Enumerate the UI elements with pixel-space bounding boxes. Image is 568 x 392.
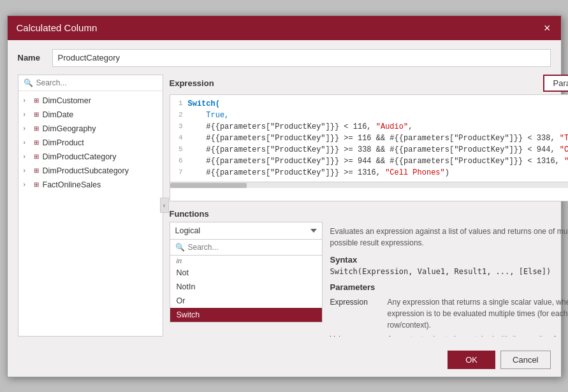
search-icon: 🔍 (24, 78, 33, 87)
chevron-right-icon: › (24, 167, 31, 174)
name-row: Name (18, 49, 551, 67)
list-item[interactable]: › ⊞ DimDate (18, 108, 163, 122)
scrollbar-thumb (170, 183, 247, 188)
func-syntax-code: Switch(Expression, Value1, Result1, ...,… (330, 266, 569, 277)
func-list: in Not NotIn Or Switch (170, 256, 323, 323)
list-item[interactable]: NotIn (170, 280, 322, 294)
table-icon: ⊞ (34, 111, 39, 118)
list-item: in (170, 256, 322, 266)
horizontal-scrollbar[interactable] (170, 182, 569, 188)
field-name: DimGeography (43, 124, 96, 133)
table-icon: ⊞ (34, 167, 39, 174)
functions-label: Functions (170, 209, 209, 219)
field-name: DimProductSubcategory (43, 166, 129, 175)
functions-left: Logical Math Text Date Filter Aggregate … (170, 222, 323, 337)
table-icon: ⊞ (34, 181, 39, 188)
table-icon: ⊞ (34, 139, 39, 146)
list-item[interactable]: › ⊞ DimProductCategory (18, 150, 163, 164)
expression-label: Expression (170, 78, 214, 88)
fields-search-input[interactable] (36, 78, 157, 87)
chevron-right-icon: › (24, 139, 31, 146)
list-item[interactable]: Not (170, 266, 322, 280)
expression-header: Expression Parameters (170, 75, 569, 92)
param-name: Value (330, 333, 381, 337)
func-description: Evaluates an expression against a list o… (323, 222, 569, 337)
func-syntax-label: Syntax (330, 254, 569, 266)
category-dropdown[interactable]: Logical Math Text Date Filter Aggregate (170, 222, 323, 240)
ok-button[interactable]: OK (448, 351, 495, 369)
field-name: DimDate (43, 110, 74, 119)
field-name: DimCustomer (43, 96, 91, 105)
functions-header: Functions ∨ (170, 207, 569, 222)
code-line-5: 5 #{{parameters["ProductKey"]}} >= 338 &… (170, 145, 569, 156)
dialog-titlebar: Calculated Column × (8, 16, 561, 40)
field-name: FactOnlineSales (43, 180, 101, 189)
list-item[interactable]: › ⊞ DimProduct (18, 136, 163, 150)
list-item[interactable]: › ⊞ DimCustomer (18, 94, 163, 108)
code-line-1: 1 Switch( (170, 99, 569, 110)
field-name: DimProductCategory (43, 152, 117, 161)
code-line-3: 3 #{{parameters["ProductKey"]}} < 116, "… (170, 122, 569, 133)
list-item-switch[interactable]: Switch (170, 308, 322, 322)
func-search-input[interactable] (188, 243, 317, 252)
name-input[interactable] (52, 49, 551, 67)
fields-list: › ⊞ DimCustomer › ⊞ DimDate › ⊞ DimGeogr… (18, 91, 163, 194)
field-name: DimProduct (43, 138, 84, 147)
fields-panel: 🔍 › ⊞ DimCustomer › ⊞ DimDate › (18, 75, 163, 337)
chevron-right-icon: › (24, 111, 31, 118)
list-item[interactable]: › ⊞ DimGeography (18, 122, 163, 136)
code-line-2: 2 True, (170, 110, 569, 122)
right-panel: Expression Parameters 1 Switch( 2 True, (170, 75, 569, 337)
param-desc: A constant value to be matched with the … (388, 333, 569, 337)
search-icon: 🔍 (175, 243, 185, 252)
param-desc: Any expression that returns a single sca… (388, 296, 569, 331)
expression-section: Expression Parameters 1 Switch( 2 True, (170, 75, 569, 201)
functions-section: Functions ∨ Logical Math Text Date Filte… (170, 207, 569, 337)
code-lines: 1 Switch( 2 True, 3 #{{parameters["Produ… (170, 99, 569, 179)
func-params-label: Parameters (330, 281, 569, 294)
code-line-6: 6 #{{parameters["ProductKey"]}} >= 944 &… (170, 156, 569, 168)
dialog-body: Name 🔍 › ⊞ DimCustomer › (8, 40, 561, 344)
chevron-right-icon: › (24, 97, 31, 104)
chevron-right-icon: › (24, 125, 31, 132)
code-line-7: 7 #{{parameters["ProductKey"]}} >= 1316,… (170, 168, 569, 179)
list-item[interactable]: › ⊞ DimProductSubcategory (18, 164, 163, 178)
cancel-button[interactable]: Cancel (500, 351, 550, 369)
list-item[interactable]: Or (170, 294, 322, 308)
param-row-expression: Expression Any expression that returns a… (330, 296, 569, 331)
dialog-footer: OK Cancel (8, 344, 561, 377)
main-content: 🔍 › ⊞ DimCustomer › ⊞ DimDate › (18, 75, 551, 337)
dialog-title: Calculated Column (17, 22, 98, 33)
expression-editor[interactable]: 1 Switch( 2 True, 3 #{{parameters["Produ… (170, 94, 569, 201)
func-desc-text: Evaluates an expression against a list o… (330, 226, 569, 249)
functions-content: Logical Math Text Date Filter Aggregate … (170, 222, 569, 337)
name-label: Name (18, 53, 46, 62)
close-button[interactable]: × (543, 22, 552, 34)
param-row-value: Value A constant value to be matched wit… (330, 333, 569, 337)
param-name: Expression (330, 296, 381, 331)
calculated-column-dialog: Calculated Column × Name 🔍 › ⊞ DimC (7, 15, 562, 377)
code-line-4: 4 #{{parameters["ProductKey"]}} >= 116 &… (170, 133, 569, 145)
list-item[interactable]: › ⊞ FactOnlineSales (18, 178, 163, 192)
table-icon: ⊞ (34, 97, 39, 104)
parameters-button[interactable]: Parameters (543, 75, 568, 92)
fields-search-bar: 🔍 (18, 75, 163, 91)
table-icon: ⊞ (34, 153, 39, 160)
table-icon: ⊞ (34, 125, 39, 132)
func-search-bar: 🔍 (170, 240, 323, 256)
chevron-right-icon: › (24, 181, 31, 188)
chevron-right-icon: › (24, 153, 31, 160)
collapse-panel-button[interactable]: ‹ (160, 198, 169, 213)
